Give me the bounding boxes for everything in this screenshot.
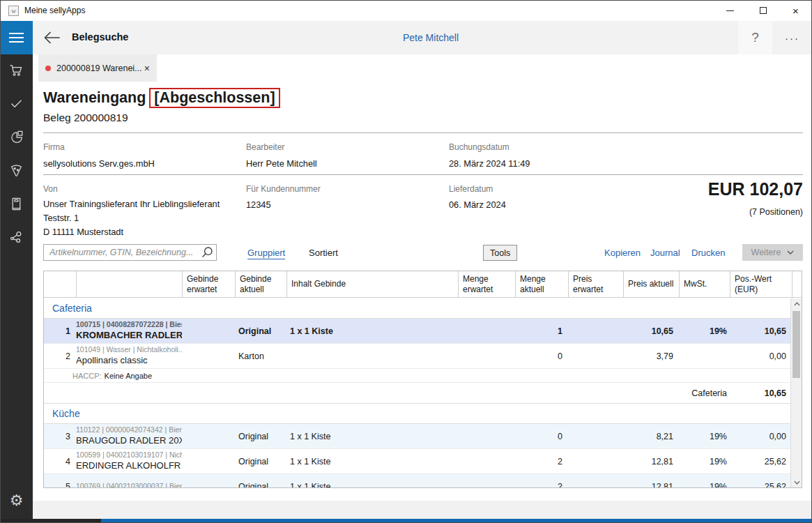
column-header-10[interactable]: MwSt. — [679, 271, 730, 297]
column-header-3[interactable]: Gebinde erwartet — [182, 271, 235, 297]
ellipsis-icon: ··· — [785, 32, 799, 44]
search-input[interactable] — [43, 244, 217, 261]
document-title: Wareneingang — [43, 89, 146, 107]
maximize-button[interactable] — [746, 0, 779, 21]
hamburger-menu-button[interactable] — [0, 21, 33, 54]
close-button[interactable]: × — [779, 0, 812, 21]
sidebar-item-pizza[interactable] — [0, 155, 33, 188]
search-icon[interactable] — [201, 246, 213, 262]
group-header[interactable]: Cafeteria — [44, 298, 791, 319]
inhalt-gebinde-cell: 1 x 1 Kiste — [286, 482, 458, 488]
more-options-button[interactable]: ··· — [772, 21, 812, 54]
mwst-cell: 19% — [679, 326, 730, 336]
column-header-11[interactable]: Pos.-Wert (EUR) — [730, 271, 792, 297]
article-code: 100715 | 04008287072228 | Bier... — [76, 320, 182, 330]
article-name: BRAUGOLD RADLER 20X... — [76, 435, 182, 447]
column-header-8[interactable]: Preis erwartet — [568, 271, 623, 297]
von-address-line: Unser Trainingslieferant Ihr Lieblingsli… — [43, 197, 220, 211]
scroll-down-icon[interactable] — [791, 477, 802, 487]
gebinde-aktuell-cell: Original — [235, 326, 286, 336]
scrollbar-thumb[interactable] — [792, 311, 800, 378]
vertical-scrollbar[interactable] — [790, 298, 802, 487]
article-code: 100769 | 04002103000037 | Bier... — [76, 482, 182, 487]
journal-link[interactable]: Journal — [650, 248, 680, 258]
group-header[interactable]: Küche — [44, 404, 791, 424]
menge-aktuell-cell: 2 — [515, 482, 568, 488]
sidebar-item-pie-chart[interactable] — [0, 121, 33, 155]
gebinde-aktuell-cell: Original — [235, 482, 286, 488]
sidebar-item-share[interactable] — [0, 222, 33, 255]
scroll-up-icon[interactable] — [791, 298, 802, 309]
mwst-cell: 19% — [679, 457, 730, 467]
pie-chart-icon — [8, 129, 24, 148]
weitere-dropdown[interactable]: Weitere — [742, 244, 803, 261]
check-icon — [8, 96, 24, 114]
footer-band — [33, 501, 812, 519]
row-number: 4 — [44, 457, 76, 467]
column-header-4[interactable]: Gebinde aktuell — [235, 271, 286, 297]
weitere-label: Weitere — [751, 248, 781, 257]
article-name: ERDINGER ALKOHOLFR 2... — [76, 460, 182, 472]
minimize-icon — [726, 10, 734, 11]
maximize-icon — [760, 7, 767, 14]
divider — [43, 174, 803, 175]
back-button[interactable] — [43, 29, 61, 46]
inhalt-gebinde-cell: 1 x 1 Kiste — [286, 457, 458, 467]
tools-button[interactable]: Tools — [483, 245, 517, 261]
gruppiert-toggle[interactable]: Gruppiert — [247, 248, 285, 259]
help-button[interactable]: ? — [738, 21, 772, 54]
kundennummer-value: 12345 — [246, 199, 271, 210]
article-name: KROMBACHER RADLER ... — [76, 330, 182, 342]
group-subtotal-row: Cafeteria10,65 — [44, 383, 791, 404]
inhalt-gebinde-cell: 1 x 1 Kiste — [286, 432, 458, 441]
pos-wert-cell: 25,62 — [730, 482, 791, 488]
tab-label: 200000819 Warenei... — [56, 63, 142, 73]
column-header-5[interactable]: Inhalt Gebinde — [286, 271, 458, 297]
sortiert-toggle[interactable]: Sortiert — [309, 248, 338, 258]
table-body: Cafeteria1100715 | 04008287072228 | Bier… — [44, 298, 791, 487]
taskbar-dark-segment — [0, 519, 101, 523]
table-row[interactable]: 5100769 | 04002103000037 | Bier...Origin… — [44, 474, 791, 487]
share-icon — [8, 229, 24, 248]
pos-wert-cell: 0,00 — [730, 432, 791, 441]
von-address: Unser Trainingslieferant Ihr Lieblingsli… — [43, 197, 220, 239]
table-row[interactable]: 3110122 | 00000042074342 | Bier...BRAUGO… — [44, 424, 791, 449]
column-header-9[interactable]: Preis aktuell — [623, 271, 679, 297]
tab-close-icon[interactable]: × — [144, 63, 150, 73]
table-row[interactable]: 2101049 | Wasser | Nichtalkoholi...Apoll… — [44, 344, 791, 369]
sidebar-item-cart[interactable] — [0, 54, 33, 88]
divider — [43, 132, 803, 133]
sidebar-item-book[interactable] — [0, 188, 33, 222]
minimize-button[interactable] — [714, 0, 746, 21]
column-header-1 — [44, 271, 76, 297]
kopieren-link[interactable]: Kopieren — [604, 248, 641, 258]
article-code: 100599 | 04002103019107 | Nich... — [76, 450, 182, 460]
tab-bar: 200000819 Warenei... × — [33, 54, 812, 82]
column-header-6[interactable]: Menge erwartet — [458, 271, 515, 297]
menge-aktuell-cell: 0 — [515, 351, 568, 361]
sidebar-item-settings[interactable]: ⚙ — [0, 487, 33, 515]
preis-aktuell-cell: 3,79 — [623, 351, 679, 361]
article-cell: 100715 | 04008287072228 | Bier...KROMBAC… — [76, 320, 182, 342]
row-number: 2 — [44, 351, 76, 361]
menge-aktuell-cell: 2 — [515, 457, 568, 467]
firma-label: Firma — [43, 142, 65, 152]
column-header-7[interactable]: Menge aktuell — [515, 271, 568, 297]
positions-count: (7 Positionen) — [749, 207, 803, 217]
table-row[interactable]: 1100715 | 04008287072228 | Bier...KROMBA… — [44, 319, 791, 344]
sidebar-item-check[interactable] — [0, 88, 33, 121]
article-cell: 100769 | 04002103000037 | Bier... — [76, 482, 182, 487]
kundennummer-label: Für Kundennummer — [246, 184, 321, 194]
page-title: Belegsuche — [72, 31, 128, 43]
cart-icon — [8, 62, 24, 81]
bearbeiter-value: Herr Pete Mitchell — [246, 158, 317, 169]
drucken-link[interactable]: Drucken — [691, 248, 725, 258]
tab-document[interactable]: 200000819 Warenei... × — [38, 54, 157, 82]
table-row[interactable]: 4100599 | 04002103019107 | Nich...ERDING… — [44, 449, 791, 474]
von-label: Von — [43, 184, 58, 194]
user-name[interactable]: Pete Mitchell — [403, 32, 459, 43]
firma-value: sellysolutions Serv.ges.mbH — [43, 158, 155, 169]
haccp-label: HACCP: — [72, 372, 102, 380]
preis-aktuell-cell: 8,21 — [623, 432, 679, 441]
gebinde-aktuell-cell: Original — [235, 432, 286, 441]
